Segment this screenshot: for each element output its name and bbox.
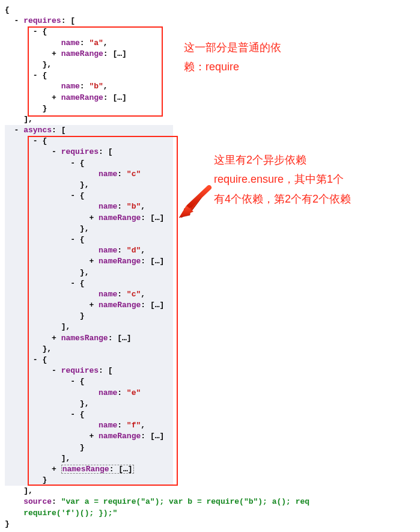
code-line: name: "f", (5, 420, 415, 431)
code-line: - { (5, 136, 415, 147)
code-line: + nameRange: […] (5, 213, 415, 224)
code-line: ], (5, 486, 415, 497)
code-line: name: "c", (5, 289, 415, 300)
code-line: ], (5, 453, 415, 464)
code-line: + nameRange: […] (5, 300, 415, 311)
code-line: - requires: [ (5, 147, 415, 157)
code-line: - { (5, 26, 415, 37)
code-line: name: "c" (5, 169, 415, 180)
code-line: name: "e" (5, 388, 415, 399)
code-line: ], (5, 322, 415, 332)
code-line: - { (5, 355, 415, 365)
code-line: - { (5, 376, 415, 387)
code-line: }, (5, 180, 415, 191)
code-line: name: "b", (5, 201, 415, 212)
code-line: } (5, 103, 415, 114)
code-line: - { (5, 158, 415, 169)
code-line: ], (5, 114, 415, 125)
code-line: } (5, 475, 415, 486)
code-line: - { (5, 409, 415, 420)
code-line: + namesRange: […] (5, 464, 415, 475)
code-line: - requires: [ (5, 16, 415, 26)
code-line: + nameRange: […] (5, 93, 415, 103)
code-line: - { (5, 234, 415, 245)
code-line: + nameRange: […] (5, 256, 415, 267)
code-line: } (5, 311, 415, 322)
code-line: + nameRange: […] (5, 431, 415, 442)
code-line: name: "d", (5, 245, 415, 256)
code-line: } (5, 442, 415, 453)
code-line: }, (5, 268, 415, 278)
code-line: source: "var a = require("a"); var b = r… (5, 497, 415, 507)
annotation-top: 这一部分是普通的依 赖：require (184, 38, 281, 77)
annotation-bottom: 这里有2个异步依赖 require.ensure，其中第1个 有4个依赖，第2个… (214, 150, 351, 209)
code-line: }, (5, 224, 415, 234)
code-line: }, (5, 399, 415, 409)
code-line: }, (5, 344, 415, 355)
code-line: - { (5, 191, 415, 201)
code-line: + namesRange: […] (5, 333, 415, 344)
code-line: - { (5, 278, 415, 289)
code-block: { - requires: [ - { name: "a", + nameRan… (5, 5, 415, 530)
code-line: { (5, 5, 415, 16)
code-line: } (5, 519, 415, 530)
code-line: - asyncs: [ (5, 125, 415, 136)
code-line: require('f')(); });" (5, 508, 415, 519)
code-line: - requires: [ (5, 365, 415, 376)
code-line: name: "b", (5, 81, 415, 92)
